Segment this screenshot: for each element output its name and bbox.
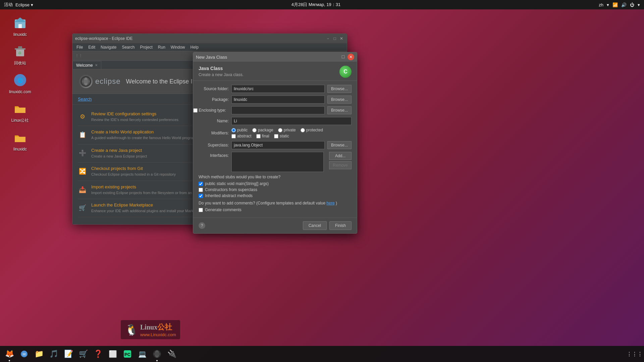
taskbar-help[interactable]: ❓ [91, 347, 105, 361]
superclass-row: Superclass: Browse... [199, 141, 352, 149]
desktop-icon-linux-folder[interactable]: Linux公社 [7, 99, 34, 125]
minimize-button[interactable]: － [325, 36, 331, 41]
stub-abstract-checkbox[interactable] [199, 194, 203, 198]
network-icon[interactable]: 📶 [612, 2, 618, 7]
desktop-icon-linuxidc2[interactable]: linuxidc [7, 128, 34, 153]
source-folder-input[interactable] [231, 85, 325, 93]
menu-file[interactable]: File [74, 44, 86, 50]
menu-window[interactable]: Window [168, 44, 188, 50]
modifier-public[interactable]: public [231, 128, 248, 132]
stub-constructors-label: Constructors from superclass [205, 187, 257, 192]
menu-search[interactable]: Search [119, 44, 137, 50]
stub-main-checkbox[interactable] [199, 182, 203, 186]
generate-comments-checkbox[interactable] [199, 208, 203, 212]
taskbar-usb[interactable]: 🔌 [165, 347, 178, 361]
eclipse-menu-bar: File Edit Navigate Search Project Run Wi… [72, 43, 347, 51]
modifier-protected[interactable]: protected [301, 128, 323, 132]
lang-dropdown[interactable]: ▾ [607, 2, 609, 7]
maximize-button[interactable]: □ [332, 36, 337, 41]
superclass-label: Superclass: [199, 143, 229, 147]
taskbar-writer[interactable]: 📝 [62, 347, 75, 361]
eclipse-logo-icon [79, 75, 93, 88]
enclosing-type-input[interactable] [231, 106, 325, 114]
taskbar-software[interactable]: 🛒 [76, 347, 90, 361]
linuxidc2-label: linuxidc [13, 147, 27, 152]
desktop-icon-recycle[interactable]: ♻ 回收站 [7, 42, 34, 67]
tab-close-icon[interactable]: ✕ [95, 63, 98, 67]
activities-label[interactable]: 活动 [4, 2, 13, 8]
import-icon: 📥 [78, 185, 87, 194]
enclosing-type-browse-button[interactable]: Browse... [327, 106, 352, 114]
enclosing-type-checkbox[interactable] [193, 108, 198, 113]
source-folder-row: Source folder: Browse... [199, 85, 352, 93]
menu-help[interactable]: Help [188, 44, 202, 50]
watermark-brand: Linux公社 [140, 322, 176, 332]
linuxidc-com-label: linuxidc.com [9, 89, 31, 94]
system-bar: 活动 Eclipse ▾ 4月28日 Мягмар, 19：31 zh ▾ 📶 … [0, 0, 644, 9]
modifiers-label: Modifiers: [199, 131, 229, 135]
here-link[interactable]: here [327, 201, 335, 205]
taskbar-pycharm[interactable]: PC [121, 347, 134, 361]
search-label[interactable]: Search [78, 97, 92, 102]
package-browse-button[interactable]: Browse... [327, 96, 352, 104]
superclass-input[interactable] [231, 141, 325, 149]
enclosing-type-row: Enclosing type: Browse... [199, 106, 352, 114]
name-row: Name: [199, 117, 352, 125]
package-label: Package: [199, 97, 229, 102]
help-button[interactable]: ? [199, 222, 205, 229]
method-stubs-section: Which method stubs would you like to cre… [199, 175, 352, 198]
enclosing-type-label: Enclosing type: [199, 108, 226, 113]
eclipse-logo-text: eclipse [95, 77, 120, 86]
cancel-button[interactable]: Cancel [303, 221, 327, 230]
taskbar-rhythmbox[interactable]: 🎵 [47, 347, 60, 361]
menu-edit[interactable]: Edit [86, 44, 98, 50]
source-folder-browse-button[interactable]: Browse... [327, 85, 352, 93]
remove-interface-button[interactable]: Remove [329, 161, 352, 169]
name-input[interactable] [231, 117, 352, 125]
taskbar-firefox[interactable]: 🦊 [3, 347, 16, 361]
taskbar-eclipse[interactable] [150, 347, 164, 361]
taskbar-files[interactable]: 📁 [32, 347, 46, 361]
settings-dropdown[interactable]: ▾ [638, 2, 640, 7]
power-icon[interactable]: ⏻ [630, 2, 634, 7]
superclass-browse-button[interactable]: Browse... [327, 141, 352, 149]
menu-navigate[interactable]: Navigate [98, 44, 119, 50]
modifier-private[interactable]: private [278, 128, 296, 132]
review-ide-title: Review IDE configuration settings [91, 111, 178, 116]
show-apps-button[interactable]: ⋮⋮⋮ [628, 347, 641, 361]
modifier-final[interactable]: final [256, 134, 269, 138]
linuxidc-com-icon: 🌐 [12, 72, 28, 88]
finish-button[interactable]: Finish [329, 221, 352, 230]
dialog-close-button[interactable]: ✕ [347, 54, 354, 60]
volume-icon[interactable]: 🔊 [621, 2, 627, 7]
taskbar-screenshot[interactable]: ⬜ [106, 347, 119, 361]
menu-project[interactable]: Project [137, 44, 155, 50]
taskbar-terminal[interactable]: 💻 [136, 347, 149, 361]
interfaces-row: Interfaces: Add... Remove [199, 152, 352, 172]
modifier-abstract[interactable]: abstract [231, 134, 252, 138]
lang-indicator[interactable]: zh [599, 2, 603, 7]
tab-welcome[interactable]: Welcome ✕ [72, 61, 101, 69]
datetime-display: 4月28日 Мягмар, 19：31 [291, 2, 340, 8]
package-input[interactable] [231, 96, 325, 104]
dialog-titlebar: New Java Class □ ✕ [193, 52, 357, 62]
modifier-package[interactable]: package [252, 128, 273, 132]
generate-comments-label: Generate comments [205, 207, 241, 212]
svg-point-12 [82, 80, 90, 83]
toolbar-handle: ⋮⋮ [74, 54, 84, 58]
stub-constructors-checkbox[interactable] [199, 188, 203, 192]
new-java-title: Create a new Java project [91, 148, 147, 153]
add-interface-button[interactable]: Add... [329, 152, 352, 160]
close-button[interactable]: ✕ [339, 36, 344, 41]
java-class-icon: C [339, 66, 352, 78]
menu-run[interactable]: Run [155, 44, 168, 50]
taskbar-thunderbird[interactable]: ✉ [17, 347, 31, 361]
linux-folder-label: Linux公社 [11, 118, 29, 123]
desktop-icon-linuxidc[interactable]: 🌐 linuxidc.com [7, 71, 34, 96]
dialog-maximize-button[interactable]: □ [340, 54, 346, 60]
modifier-static[interactable]: static [274, 134, 289, 138]
app-label[interactable]: Eclipse [15, 2, 30, 7]
desktop-icon-home[interactable]: linuxidc [7, 13, 34, 38]
stub-main-label: public static void main(String[] args) [205, 181, 269, 186]
app-dropdown-icon[interactable]: ▾ [31, 2, 33, 7]
